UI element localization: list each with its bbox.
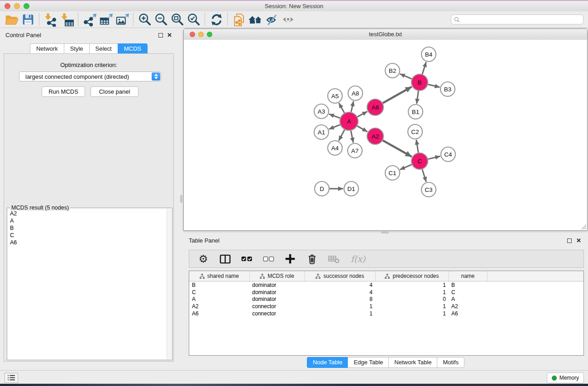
clone-network-icon[interactable]	[231, 12, 247, 27]
edge-A-A2[interactable]	[357, 126, 367, 132]
node-C3[interactable]: C3	[421, 182, 436, 197]
delete-columns-icon[interactable]	[306, 253, 318, 265]
close-panel-icon[interactable]: ✕	[167, 32, 172, 38]
zoom-window-button[interactable]	[24, 3, 29, 9]
window-resize-grip[interactable]	[580, 223, 587, 230]
tab-select[interactable]: Select	[89, 43, 118, 54]
edge-A-A1[interactable]	[329, 125, 340, 129]
result-item[interactable]: A2	[7, 210, 167, 217]
show-columns-icon[interactable]	[219, 253, 231, 265]
node-C4[interactable]: C4	[441, 147, 455, 162]
cell-shared-name[interactable]: A	[189, 296, 249, 303]
cell-mcds-role[interactable]: dominator	[249, 296, 305, 303]
node-A5[interactable]: A5	[328, 89, 342, 103]
show-hide-panels-icon[interactable]	[247, 12, 263, 27]
save-session-icon[interactable]	[20, 12, 36, 27]
edge-C-C2[interactable]	[416, 140, 418, 152]
node-B3[interactable]: B3	[440, 82, 455, 96]
edge-A-A4[interactable]	[339, 130, 344, 141]
vertical-split-grip[interactable]	[180, 195, 182, 203]
close-panel-button[interactable]: Close panel	[91, 86, 139, 97]
node-B2[interactable]: B2	[385, 63, 400, 78]
cell-predecessor-nodes[interactable]: 1	[375, 281, 449, 289]
node-A3[interactable]: A3	[314, 104, 329, 119]
minimize-window-button[interactable]	[14, 3, 20, 9]
cell-successor-nodes[interactable]: 1	[305, 310, 375, 317]
import-network-icon[interactable]	[43, 12, 59, 27]
table-row[interactable]: A6connector11A6	[189, 310, 583, 317]
edge-C-C1[interactable]	[400, 165, 412, 170]
tab-motifs[interactable]: Motifs	[437, 357, 464, 368]
table-settings-icon[interactable]: ⚙	[197, 253, 209, 265]
cell-mcds-role[interactable]: dominator	[249, 281, 305, 289]
edge-A-A7[interactable]	[351, 131, 353, 143]
float-panel-icon[interactable]	[158, 33, 163, 38]
memory-button[interactable]: Memory	[547, 372, 584, 383]
horizontal-split-grip[interactable]	[381, 231, 389, 234]
node-C[interactable]: C	[411, 153, 428, 169]
node-C2[interactable]: C2	[408, 124, 422, 139]
column-header-name[interactable]: name	[449, 271, 487, 281]
network-window-titlebar[interactable]: testGlobe.txt	[184, 29, 587, 40]
cell-successor-nodes[interactable]: 8	[305, 296, 375, 303]
node-A4[interactable]: A4	[328, 141, 342, 155]
run-mcds-button[interactable]: Run MCDS	[42, 86, 85, 97]
add-column-icon[interactable]	[284, 253, 296, 265]
node-A8[interactable]: A8	[348, 86, 363, 100]
node-B4[interactable]: B4	[421, 47, 436, 62]
tab-node-table[interactable]: Node Table	[307, 357, 348, 368]
edge-B-B4[interactable]	[422, 62, 426, 74]
edge-B-B1[interactable]	[416, 91, 418, 104]
node-A6[interactable]: A6	[367, 99, 383, 115]
node-A[interactable]: A	[340, 112, 358, 130]
cell-predecessor-nodes[interactable]: 1	[375, 289, 449, 296]
cell-name[interactable]: A	[449, 296, 487, 303]
close-table-panel-icon[interactable]: ✕	[576, 237, 581, 244]
cell-mcds-role[interactable]: connector	[249, 310, 305, 317]
tab-network[interactable]: Network	[30, 43, 64, 54]
zoom-selected-icon[interactable]	[186, 12, 202, 27]
result-item[interactable]: A6	[7, 239, 167, 246]
unselect-all-columns-icon[interactable]	[263, 253, 274, 265]
result-item[interactable]: C	[7, 232, 167, 239]
network-canvas[interactable]: B4B2BB3A8A5A6A3B1AA1C2A2A4A7C4CC1C3DD1	[184, 40, 587, 230]
cell-mcds-role[interactable]: connector	[249, 303, 305, 310]
node-B[interactable]: B	[411, 74, 428, 91]
cell-successor-nodes[interactable]: 4	[305, 289, 375, 296]
node-A1[interactable]: A1	[314, 125, 329, 139]
edge-A2-C[interactable]	[383, 140, 412, 157]
column-header-successor-nodes[interactable]: successor nodes	[305, 271, 375, 281]
node-A7[interactable]: A7	[348, 143, 362, 158]
edge-A-A8[interactable]	[351, 101, 354, 112]
cell-successor-nodes[interactable]: 4	[305, 281, 375, 289]
tab-style[interactable]: Style	[64, 43, 89, 54]
result-item[interactable]: B	[7, 224, 167, 232]
edge-A-A3[interactable]	[329, 114, 340, 118]
edge-A-A6[interactable]	[358, 111, 368, 117]
table-row[interactable]: Cdominator41C	[189, 289, 583, 296]
zoom-out-icon[interactable]	[153, 12, 169, 27]
cell-name[interactable]: A6	[449, 310, 487, 317]
edge-C-C3[interactable]	[422, 169, 426, 182]
edge-A-A5[interactable]	[339, 103, 344, 113]
cell-shared-name[interactable]: B	[189, 281, 249, 289]
open-session-icon[interactable]	[4, 12, 20, 27]
network-zoom-button[interactable]	[207, 32, 212, 37]
cell-successor-nodes[interactable]: 1	[305, 303, 375, 310]
close-window-button[interactable]	[5, 3, 10, 9]
tab-network-table[interactable]: Network Table	[388, 357, 437, 368]
node-A2[interactable]: A2	[367, 128, 383, 144]
float-table-panel-icon[interactable]	[567, 238, 572, 243]
cell-predecessor-nodes[interactable]: 1	[375, 310, 449, 317]
cell-name[interactable]: A2	[449, 303, 487, 310]
show-graphics-details-icon[interactable]	[280, 12, 296, 27]
cell-predecessor-nodes[interactable]: 0	[375, 296, 449, 303]
table-row[interactable]: Adominator80A	[189, 296, 583, 303]
table-row[interactable]: Bdominator41B	[189, 281, 583, 289]
network-close-button[interactable]	[190, 32, 195, 37]
search-input[interactable]	[462, 16, 583, 23]
result-item[interactable]: A	[7, 217, 167, 224]
edge-A6-B[interactable]	[383, 87, 412, 103]
zoom-in-icon[interactable]	[137, 12, 153, 27]
edge-B-B3[interactable]	[428, 84, 440, 87]
